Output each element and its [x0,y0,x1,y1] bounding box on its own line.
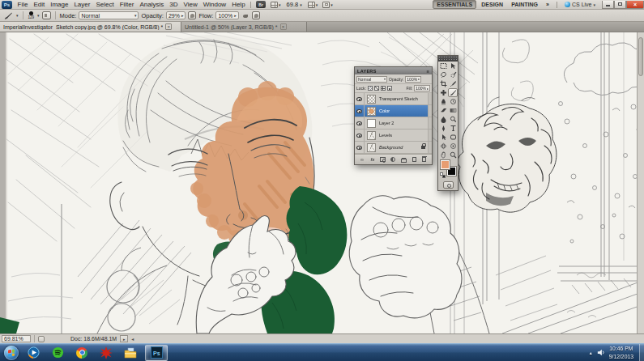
layer-thumbnail[interactable] [367,143,376,152]
layers-scrollbar[interactable] [428,117,432,129]
status-flyout-button[interactable]: ▸ [120,335,128,342]
tool-hand[interactable] [438,151,448,159]
layer-row-background[interactable]: Background [355,142,432,154]
lock-pixels-icon[interactable] [374,86,379,91]
menu-window[interactable]: Window [200,0,228,10]
layer-visibility-toggle[interactable] [355,93,365,104]
layer-visibility-toggle[interactable] [355,130,365,141]
scrollbar-thumb[interactable] [638,37,643,76]
layers-panel-header[interactable]: LAYERS ≡ [355,67,432,74]
layer-thumbnail[interactable] [367,107,376,116]
status-zoom-field[interactable]: 69.81% [2,335,31,342]
start-button[interactable] [4,346,19,360]
show-desktop-button[interactable] [639,344,644,361]
tool-path-selection[interactable] [438,133,448,142]
layer-visibility-toggle[interactable] [355,105,365,117]
canvas-vertical-scrollbar[interactable] [637,32,644,333]
tablet-size-pressure-button[interactable] [252,11,260,19]
new-layer-icon[interactable] [412,157,416,162]
launch-bridge-button[interactable]: Br [256,1,266,8]
show-hidden-icons-button[interactable]: ▴ [590,350,592,355]
airbrush-toggle-button[interactable] [241,11,249,19]
taskbar-spotify[interactable] [48,345,67,361]
tool-brush[interactable] [448,88,458,97]
tool-type[interactable] [448,124,458,133]
layer-visibility-toggle[interactable] [355,142,365,153]
arrange-documents-button[interactable]: ▾ [308,2,318,8]
layers-scrollbar[interactable] [428,93,432,104]
layers-scrollbar[interactable] [428,142,432,153]
tool-eraser[interactable] [438,106,448,115]
close-tab-icon[interactable]: × [280,23,287,30]
workspace-painting[interactable]: PAINTING [508,1,541,8]
workspace-design[interactable]: DESIGN [478,1,506,8]
toggle-brush-panel-button[interactable] [42,11,51,19]
photoshop-logo[interactable]: Ps [2,1,12,9]
layer-fill-field[interactable]: 100% ▸ [414,85,430,91]
tool-dodge[interactable] [448,115,458,124]
document-tab-active[interactable]: ImperialInvestigator_Sketch copy.jpg @ 6… [0,22,181,32]
workspace-overflow-chevron[interactable]: » [543,1,552,8]
menu-image[interactable]: Image [48,0,71,10]
menu-analysis[interactable]: Analysis [137,0,167,10]
tool-blur[interactable] [438,115,448,124]
link-layers-icon[interactable]: ∞ [359,156,365,163]
volume-icon[interactable] [596,348,605,357]
close-button[interactable]: × [626,1,644,9]
flow-field[interactable]: 100% ▸ [215,11,238,19]
menu-file[interactable]: File [15,0,31,10]
zoom-level-control[interactable]: 69.8▾ [287,1,302,8]
screen-mode-button[interactable]: ▾ [322,2,333,8]
default-colors-icon[interactable] [440,172,446,178]
lock-all-icon[interactable] [387,86,392,91]
taskbar-clock[interactable]: 10:46 PM 9/12/2013 [609,345,633,359]
add-layer-mask-icon[interactable] [380,157,386,162]
layer-visibility-toggle[interactable] [355,117,365,129]
canvas[interactable] [0,32,644,333]
taskbar-chrome[interactable] [72,345,92,361]
taskbar-red-app[interactable] [96,345,116,361]
layer-thumbnail[interactable] [367,131,376,140]
panel-menu-icon[interactable]: ≡ [426,69,429,74]
layer-row-levels[interactable]: Levels [355,130,432,142]
tool-quick-selection[interactable] [448,70,458,79]
layer-blend-mode-select[interactable]: Normal ▾ [356,76,387,83]
opacity-field[interactable]: 29% ▸ [166,11,186,19]
maximize-button[interactable] [614,1,626,9]
brush-preset-picker[interactable]: 129 [28,11,36,20]
menu-layer[interactable]: Layer [71,0,93,10]
quick-mask-button[interactable] [443,181,454,189]
tool-zoom[interactable] [448,151,458,159]
layer-row-transparent-sketch[interactable]: Transparent Sketch [355,93,432,105]
tool-3d-camera-rotate[interactable] [448,142,458,151]
adobe-drive-icon[interactable] [38,336,45,342]
taskbar-photoshop[interactable]: Ps [145,345,168,361]
tool-crop[interactable] [438,79,448,88]
layer-thumbnail[interactable] [367,119,376,128]
minimize-button[interactable] [602,1,614,9]
tool-eyedropper[interactable] [448,79,458,88]
foreground-color-swatch[interactable] [441,160,450,169]
workspace-essentials[interactable]: ESSENTIALS [433,0,476,9]
delete-layer-icon[interactable] [422,157,426,162]
lock-position-icon[interactable] [381,86,386,91]
close-tab-icon[interactable]: × [165,23,172,30]
menu-filter[interactable]: Filter [117,0,137,10]
new-group-icon[interactable] [401,159,407,163]
menu-3d[interactable]: 3D [167,0,181,10]
scroll-left-icon[interactable]: ◂ [131,336,134,342]
tool-3d-object-rotate[interactable] [438,142,448,151]
layer-style-icon[interactable]: fx [369,156,376,163]
tool-shape[interactable] [448,133,458,142]
layer-opacity-field[interactable]: 100% ▸ [405,76,421,83]
taskbar-media-player[interactable] [23,345,43,361]
layer-row-layer-2[interactable]: Layer 2 [355,117,432,130]
layer-thumbnail[interactable] [367,95,376,104]
menu-help[interactable]: Help [229,0,248,10]
menu-select[interactable]: Select [93,0,117,10]
blend-mode-select[interactable]: Normal ▾ [79,11,139,19]
tool-rectangular-marquee[interactable] [438,62,448,70]
tool-gradient[interactable] [448,106,458,115]
lock-transparency-icon[interactable] [368,86,373,91]
tool-history-brush[interactable] [448,97,458,106]
